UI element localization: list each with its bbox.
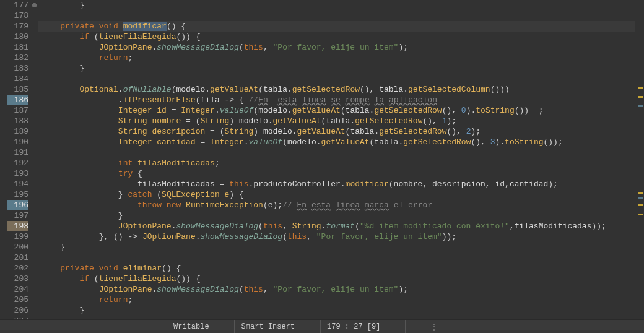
line-number[interactable]: 183 [7, 63, 28, 74]
line-number[interactable]: 194 [7, 179, 28, 189]
code-line[interactable]: return; [38, 295, 635, 305]
code-line[interactable] [38, 253, 635, 263]
ruler-mark[interactable] [638, 105, 643, 107]
line-number[interactable]: 186 [7, 95, 28, 105]
status-bar: Writable Smart Insert 179 : 27 [9] ⋮ [0, 319, 644, 333]
code-line[interactable]: String nombre = (String) modelo.getValue… [38, 116, 635, 126]
code-line[interactable]: private void modificar() { [38, 21, 635, 32]
line-number[interactable]: 182 [7, 53, 28, 63]
breakpoint-gutter[interactable] [31, 0, 38, 319]
line-number[interactable]: 198 [7, 221, 28, 231]
code-line[interactable]: } [38, 305, 635, 316]
line-number[interactable]: 207 [7, 316, 28, 319]
code-line[interactable]: filasModificadas = this.productoControll… [38, 179, 635, 189]
code-line[interactable]: .ifPresentOrElse(fila -> { //En esta lin… [38, 95, 635, 105]
line-number[interactable]: 179 [7, 21, 28, 32]
line-number[interactable]: 202 [7, 263, 28, 274]
ruler-mark[interactable] [638, 87, 643, 89]
line-number[interactable]: 203 [7, 274, 28, 284]
line-number[interactable]: 190 [7, 137, 28, 147]
status-overflow-icon[interactable]: ⋮ [430, 322, 438, 332]
line-number-gutter[interactable]: 1771781791801811821831841851861871881891… [7, 0, 31, 319]
code-line[interactable]: try { [38, 168, 635, 179]
code-line[interactable]: throw new RuntimeException(e);// En esta… [38, 200, 635, 210]
code-line[interactable]: JOptionPane.showMessageDialog(this, Stri… [38, 221, 635, 231]
ruler-mark[interactable] [638, 197, 643, 199]
code-line[interactable]: }, () -> JOptionPane.showMessageDialog(t… [38, 231, 635, 242]
status-insert-mode[interactable]: Smart Insert [235, 320, 320, 333]
line-number[interactable]: 191 [7, 147, 28, 158]
code-line[interactable]: String descripcion = (String) modelo.get… [38, 126, 635, 137]
code-line[interactable]: if (tieneFilaElegida()) { [38, 32, 635, 42]
line-number[interactable]: 192 [7, 158, 28, 168]
code-line[interactable]: Integer id = Integer.valueOf(modelo.getV… [38, 105, 635, 116]
code-line[interactable] [38, 11, 635, 21]
line-number[interactable]: 177 [7, 0, 28, 11]
line-number[interactable]: 195 [7, 189, 28, 200]
code-line[interactable]: return; [38, 53, 635, 63]
code-line[interactable]: } catch (SQLException e) { [38, 189, 635, 200]
line-number[interactable]: 181 [7, 42, 28, 53]
code-line[interactable]: if (tieneFilaElegida()) { [38, 274, 635, 284]
code-line[interactable]: Optional.ofNullable(modelo.getValueAt(ta… [38, 84, 635, 95]
line-number[interactable]: 188 [7, 116, 28, 126]
line-number[interactable]: 206 [7, 305, 28, 316]
status-writable[interactable]: Writable [167, 320, 235, 333]
code-area[interactable]: } private void modificar() { if (tieneFi… [38, 0, 635, 319]
code-line[interactable]: } [38, 63, 635, 74]
ruler-mark[interactable] [638, 214, 643, 215]
code-line[interactable]: int filasModificadas; [38, 158, 635, 168]
line-number[interactable]: 201 [7, 253, 28, 263]
breakpoint-marker-icon[interactable] [32, 3, 37, 7]
code-line[interactable] [38, 74, 635, 84]
code-line[interactable]: } [38, 0, 635, 11]
line-number[interactable]: 184 [7, 74, 28, 84]
line-number[interactable]: 178 [7, 11, 28, 21]
overview-ruler[interactable] [635, 0, 644, 319]
left-gutter [0, 0, 7, 319]
code-line[interactable]: Integer cantidad = Integer.valueOf(model… [38, 137, 635, 147]
code-editor[interactable]: 1771781791801811821831841851861871881891… [0, 0, 644, 319]
line-number[interactable]: 199 [7, 231, 28, 242]
code-line[interactable]: JOptionPane.showMessageDialog(this, "Por… [38, 284, 635, 295]
ruler-mark[interactable] [638, 192, 643, 194]
line-number[interactable]: 185 [7, 84, 28, 95]
line-number[interactable]: 180 [7, 32, 28, 42]
line-number[interactable]: 200 [7, 242, 28, 253]
line-number[interactable]: 196 [7, 200, 28, 210]
line-number[interactable]: 189 [7, 126, 28, 137]
code-line[interactable]: private void eliminar() { [38, 263, 635, 274]
status-cursor-position[interactable]: 179 : 27 [9] [320, 320, 406, 333]
ruler-mark[interactable] [638, 96, 643, 98]
code-line[interactable]: } [38, 210, 635, 221]
code-line[interactable]: JOptionPane.showMessageDialog(this, "Por… [38, 42, 635, 53]
code-line[interactable]: } [38, 242, 635, 253]
code-line[interactable] [38, 147, 635, 158]
line-number[interactable]: 197 [7, 210, 28, 221]
line-number[interactable]: 187 [7, 105, 28, 116]
line-number[interactable]: 193 [7, 168, 28, 179]
ruler-mark[interactable] [638, 204, 643, 206]
line-number[interactable]: 205 [7, 295, 28, 305]
line-number[interactable]: 204 [7, 284, 28, 295]
code-line[interactable] [38, 316, 635, 319]
